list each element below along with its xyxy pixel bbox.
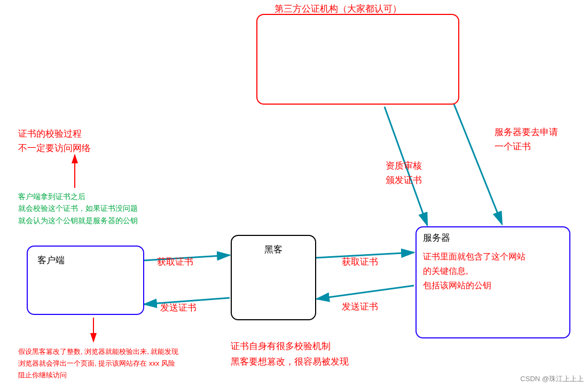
box-server: 服务器 证书里面就包含了这个网站 的关键信息, 包括该网站的公钥 (415, 226, 570, 338)
label-get-cert-2: 获取证书 (342, 255, 378, 269)
hacker-label: 黑客 (238, 243, 309, 256)
box-ca (256, 14, 459, 105)
label-send-cert-1: 发送证书 (160, 301, 197, 315)
svg-line-4 (317, 286, 414, 299)
watermark: CSDN @珠江上上上 (520, 374, 584, 384)
note-hacker-line2: 黑客要想篡改，很容易被发现 (231, 354, 349, 370)
label-apply-line1: 服务器要去申请 (495, 125, 558, 139)
label-get-cert-1: 获取证书 (157, 255, 193, 269)
server-inner-note: 证书里面就包含了这个网站 的关键信息, 包括该网站的公钥 (423, 249, 563, 293)
note-hacker-line1: 证书自身有很多校验机制 (231, 339, 349, 354)
server-inner-line3: 包括该网站的公钥 (423, 278, 563, 293)
note-client-green-line3: 就会认为这个公钥就是服务器的公钥 (18, 215, 138, 226)
server-label: 服务器 (423, 232, 563, 244)
note-bottom-line2: 浏览器就会弹出一个页面, 提示该网站存在 xxx 风险 (18, 358, 178, 369)
note-bottom-line3: 阻止你继续访问 (18, 369, 178, 381)
note-hacker: 证书自身有很多校验机制 黑客要想篡改，很容易被发现 (231, 339, 349, 370)
box-hacker: 黑客 (231, 235, 316, 320)
label-audit: 资质审核 颁发证书 (386, 159, 422, 187)
label-apply-line2: 一个证书 (495, 139, 558, 154)
box-client: 客户端 (27, 246, 144, 315)
server-inner-line2: 的关键信息, (423, 264, 563, 278)
svg-line-1 (454, 104, 502, 224)
label-apply: 服务器要去申请 一个证书 (495, 125, 558, 154)
note-verify: 证书的校验过程 不一定要访问网络 (18, 127, 91, 155)
label-audit-line1: 资质审核 (386, 159, 422, 173)
client-label: 客户端 (37, 254, 137, 266)
note-bottom: 假设黑客篡改了整数, 浏览器就能校验出来, 就能发现 浏览器就会弹出一个页面, … (18, 346, 178, 381)
note-verify-line2: 不一定要访问网络 (18, 141, 91, 155)
note-client-green-line2: 就会校验这个证书，如果证书没问题 (18, 202, 138, 214)
server-inner-line1: 证书里面就包含了这个网站 (423, 249, 563, 264)
note-client-green: 客户端拿到证书之后 就会校验这个证书，如果证书没问题 就会认为这个公钥就是服务器… (18, 191, 138, 226)
note-client-green-line1: 客户端拿到证书之后 (18, 191, 138, 202)
note-bottom-line1: 假设黑客篡改了整数, 浏览器就能校验出来, 就能发现 (18, 346, 178, 358)
note-verify-line1: 证书的校验过程 (18, 127, 91, 141)
label-send-cert-2: 发送证书 (342, 300, 378, 314)
label-audit-line2: 颁发证书 (386, 173, 422, 187)
